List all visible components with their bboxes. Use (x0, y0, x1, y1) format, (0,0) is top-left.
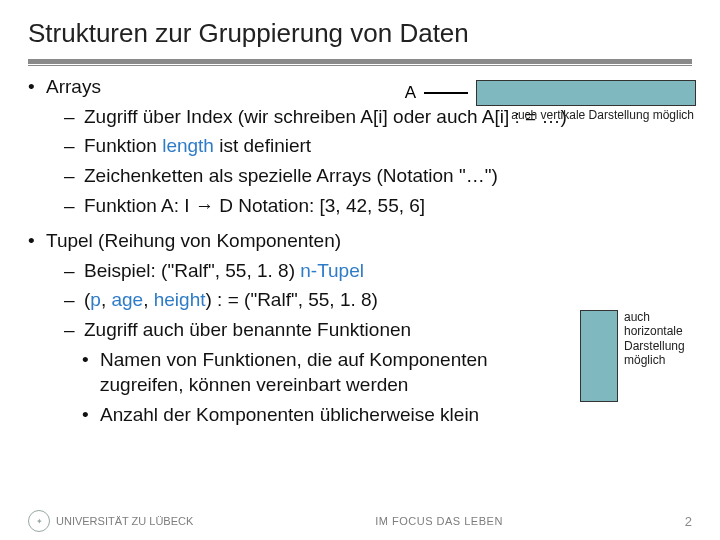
array-a-note: auch vertikale Darstellung möglich (511, 108, 694, 122)
array-diagram: A auch vertikale Darstellung möglich (405, 80, 696, 122)
keyword-length: length (162, 135, 214, 156)
keyword-p: p (90, 289, 101, 310)
text-pre: Beispiel: ("Ralf", 55, 1. 8) (84, 260, 300, 281)
array-a-box (476, 80, 696, 106)
tuple-box (580, 310, 618, 402)
footer: ✦ UNIVERSITÄT ZU LÜBECK IM FOCUS DAS LEB… (0, 510, 720, 532)
keyword-height: height (154, 289, 206, 310)
text-sep: , (143, 289, 154, 310)
tuple-diagram: auch horizontale Darstellung möglich (580, 310, 696, 402)
text-mid: D Notation: [3, 42, 55, 6] (214, 195, 425, 216)
keyword-ntupel: n-Tupel (300, 260, 364, 281)
keyword-age: age (111, 289, 143, 310)
text-pre: Funktion A: I (84, 195, 195, 216)
title-underline-thin (28, 65, 692, 66)
array-item-function-notation: Funktion A: I → D Notation: [3, 42, 55, … (28, 193, 692, 219)
array-item-strings: Zeichenketten als spezielle Arrays (Nota… (28, 163, 692, 189)
university-seal-icon: ✦ (28, 510, 50, 532)
footer-slogan: IM FOCUS DAS LEBEN (375, 515, 503, 527)
subbullet-count: Anzahl der Komponenten üblicherweise kle… (28, 402, 692, 428)
university-name: UNIVERSITÄT ZU LÜBECK (56, 515, 193, 527)
title-underline-thick (28, 59, 692, 64)
array-a-label: A (405, 83, 416, 103)
arrow-icon: → (195, 195, 214, 216)
text-pre: Funktion (84, 135, 162, 156)
array-item-length: Funktion length ist definiert (28, 133, 692, 159)
page-title: Strukturen zur Gruppierung von Daten (28, 18, 692, 49)
tuple-label: Tupel (Reihung von Komponenten) (46, 230, 341, 251)
bullet-tuple: Tupel (Reihung von Komponenten) (28, 228, 692, 254)
text-post: ) : = ("Ralf", 55, 1. 8) (206, 289, 378, 310)
array-a-line (424, 92, 468, 94)
text-post: ist definiert (214, 135, 311, 156)
arrays-label: Arrays (46, 76, 101, 97)
tuple-note: auch horizontale Darstellung möglich (624, 310, 696, 368)
page-number: 2 (685, 514, 692, 529)
text-sep: , (101, 289, 112, 310)
footer-left: ✦ UNIVERSITÄT ZU LÜBECK (28, 510, 193, 532)
tuple-item-example: Beispiel: ("Ralf", 55, 1. 8) n-Tupel (28, 258, 692, 284)
